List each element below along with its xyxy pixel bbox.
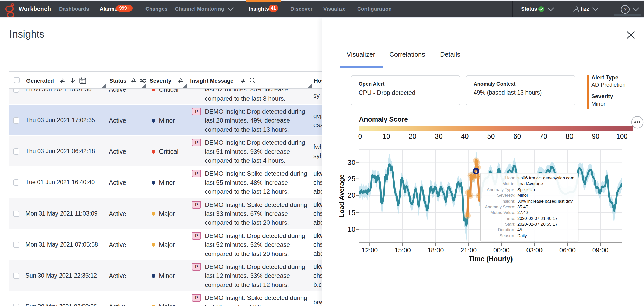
svg-text:Time:: Time: xyxy=(505,216,515,221)
svg-text:45: 45 xyxy=(517,227,522,232)
svg-text:LoadAverage: LoadAverage xyxy=(517,181,543,186)
svg-text:Duration:: Duration: xyxy=(498,227,515,232)
svg-text:09:00: 09:00 xyxy=(592,247,609,254)
svg-text:Metric:: Metric: xyxy=(502,181,515,186)
svg-text:30% increase based last day: 30% increase based last day xyxy=(517,199,573,204)
svg-text:10: 10 xyxy=(348,226,355,233)
svg-text:Metric Value:: Metric Value: xyxy=(490,210,515,215)
svg-text:Minor: Minor xyxy=(517,193,528,198)
svg-text:Host:: Host: xyxy=(505,176,515,180)
svg-text:12:00: 12:00 xyxy=(361,247,378,254)
svg-text:Time (Hourly): Time (Hourly) xyxy=(469,255,513,263)
svg-text:2020-02-07 20:55:17: 2020-02-07 20:55:17 xyxy=(517,222,558,227)
svg-text:2020-02-07 21:40:17: 2020-02-07 21:40:17 xyxy=(517,216,558,221)
svg-text:15:00: 15:00 xyxy=(394,247,411,254)
svg-text:Season:: Season: xyxy=(500,233,515,238)
svg-text:27.42: 27.42 xyxy=(517,210,528,215)
svg-text:25: 25 xyxy=(348,175,355,183)
svg-text:Start:: Start: xyxy=(505,222,515,227)
svg-text:06:00: 06:00 xyxy=(559,247,576,254)
svg-text:20: 20 xyxy=(348,192,355,199)
svg-text:Severety:: Severety: xyxy=(497,193,515,198)
svg-text:35.45: 35.45 xyxy=(517,205,528,209)
svg-text:sip06.frm.cct.genesyslab.com: sip06.frm.cct.genesyslab.com xyxy=(517,176,574,180)
svg-text:Daily: Daily xyxy=(517,233,527,238)
svg-text:15: 15 xyxy=(348,209,355,217)
svg-text:Insight:: Insight: xyxy=(501,199,515,204)
svg-text:Anomaly Type:: Anomaly Type: xyxy=(487,187,515,192)
svg-text:Spike Up: Spike Up xyxy=(517,187,535,192)
svg-text:00:00: 00:00 xyxy=(493,247,510,254)
svg-text:30: 30 xyxy=(348,159,355,166)
svg-text:?: ? xyxy=(624,6,627,12)
svg-text:Anomaly Score:: Anomaly Score: xyxy=(485,205,515,209)
svg-text:Load Average: Load Average xyxy=(338,174,345,218)
svg-text:21:00: 21:00 xyxy=(460,247,477,254)
svg-text:18:00: 18:00 xyxy=(428,247,444,254)
svg-text:03:00: 03:00 xyxy=(526,247,543,254)
